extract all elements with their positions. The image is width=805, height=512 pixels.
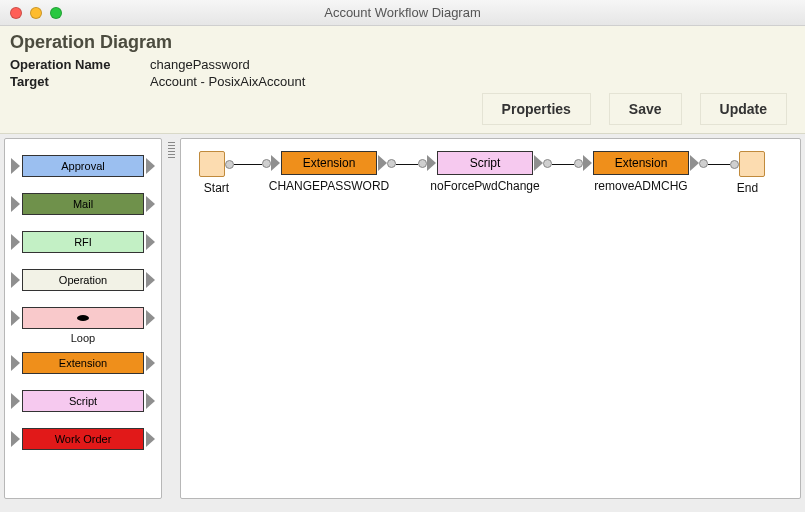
operation-name-value: changePassword <box>150 57 795 72</box>
edge <box>396 164 418 165</box>
zoom-icon[interactable] <box>50 7 62 19</box>
minimize-icon[interactable] <box>30 7 42 19</box>
palette-item-label: Approval <box>61 160 104 172</box>
window-controls <box>10 7 62 19</box>
palette-item-caption: Loop <box>11 332 155 344</box>
connector-port-icon[interactable] <box>543 159 552 168</box>
save-button[interactable]: Save <box>609 93 682 125</box>
arrow-out-icon <box>378 155 387 171</box>
end-box-icon <box>739 151 765 177</box>
connector-port-icon[interactable] <box>730 160 739 169</box>
palette-block: Mail <box>22 193 144 215</box>
arrow-out-icon <box>146 355 155 371</box>
workflow-block-label: Extension <box>303 156 356 170</box>
arrow-in-icon <box>271 155 280 171</box>
loop-dot-icon <box>77 315 89 321</box>
palette-block: Work Order <box>22 428 144 450</box>
main-area: ApprovalMailRFIOperationLoopExtensionScr… <box>0 134 805 503</box>
palette-item-script[interactable]: Script <box>11 389 155 413</box>
properties-button[interactable]: Properties <box>482 93 591 125</box>
palette-item-work-order[interactable]: Work Order <box>11 427 155 451</box>
target-label: Target <box>10 74 150 89</box>
workflow-block-label: Extension <box>615 156 668 170</box>
connector-port-icon[interactable] <box>262 159 271 168</box>
operation-name-label: Operation Name <box>10 57 150 72</box>
palette-block: Script <box>22 390 144 412</box>
arrow-in-icon <box>427 155 436 171</box>
palette-block: Extension <box>22 352 144 374</box>
workflow-node[interactable]: ScriptnoForcePwdChange <box>418 151 552 193</box>
workflow-node-caption: removeADMCHG <box>594 179 687 193</box>
connector-port-icon[interactable] <box>574 159 583 168</box>
update-button[interactable]: Update <box>700 93 787 125</box>
arrow-in-icon <box>11 393 20 409</box>
window-title: Account Workflow Diagram <box>0 5 805 20</box>
close-icon[interactable] <box>10 7 22 19</box>
end-label: End <box>737 181 758 195</box>
palette-item-label: Script <box>69 395 97 407</box>
action-buttons: Properties Save Update <box>10 93 795 125</box>
palette-item-approval[interactable]: Approval <box>11 154 155 178</box>
arrow-in-icon <box>11 310 20 326</box>
edge <box>552 164 574 165</box>
workflow-block-label: Script <box>470 156 501 170</box>
arrow-in-icon <box>11 158 20 174</box>
workflow-node-caption: CHANGEPASSWORD <box>269 179 389 193</box>
arrow-out-icon <box>146 272 155 288</box>
arrow-out-icon <box>146 310 155 326</box>
palette-block: Operation <box>22 269 144 291</box>
palette-panel: ApprovalMailRFIOperationLoopExtensionScr… <box>4 138 162 499</box>
start-box-icon <box>199 151 225 177</box>
arrow-out-icon <box>146 234 155 250</box>
palette-item-operation[interactable]: Operation <box>11 268 155 292</box>
arrow-out-icon <box>690 155 699 171</box>
arrow-in-icon <box>11 431 20 447</box>
header-fields: Operation Name changePassword Target Acc… <box>10 57 795 89</box>
workflow-block: Extension <box>281 151 377 175</box>
workflow-canvas[interactable]: StartExtensionCHANGEPASSWORDScriptnoForc… <box>180 138 801 499</box>
connector-port-icon[interactable] <box>418 159 427 168</box>
start-label: Start <box>204 181 229 195</box>
palette-item-label: RFI <box>74 236 92 248</box>
arrow-in-icon <box>11 234 20 250</box>
palette-item-label: Operation <box>59 274 107 286</box>
arrow-out-icon <box>146 158 155 174</box>
workflow-node[interactable]: ExtensionremoveADMCHG <box>574 151 708 193</box>
palette-item-loop[interactable] <box>11 306 155 330</box>
page-title: Operation Diagram <box>10 32 795 53</box>
palette-item-label: Mail <box>73 198 93 210</box>
arrow-out-icon <box>146 393 155 409</box>
splitter[interactable] <box>166 138 176 499</box>
palette-item-rfi[interactable]: RFI <box>11 230 155 254</box>
palette-item-label: Extension <box>59 357 107 369</box>
arrow-in-icon <box>11 272 20 288</box>
end-node[interactable]: End <box>730 151 765 195</box>
edge <box>708 164 730 165</box>
palette-block: Approval <box>22 155 144 177</box>
splitter-grip-icon[interactable] <box>168 142 175 158</box>
arrow-in-icon <box>11 355 20 371</box>
connector-port-icon[interactable] <box>225 160 234 169</box>
palette-block <box>22 307 144 329</box>
workflow-block: Script <box>437 151 533 175</box>
window-titlebar: Account Workflow Diagram <box>0 0 805 26</box>
header-panel: Operation Diagram Operation Name changeP… <box>0 26 805 134</box>
workflow-block: Extension <box>593 151 689 175</box>
connector-port-icon[interactable] <box>699 159 708 168</box>
palette-item-label: Work Order <box>55 433 112 445</box>
palette-item-extension[interactable]: Extension <box>11 351 155 375</box>
palette-item-mail[interactable]: Mail <box>11 192 155 216</box>
connector-port-icon[interactable] <box>387 159 396 168</box>
workflow-node[interactable]: ExtensionCHANGEPASSWORD <box>262 151 396 193</box>
arrow-in-icon <box>11 196 20 212</box>
palette-block: RFI <box>22 231 144 253</box>
arrow-out-icon <box>146 431 155 447</box>
arrow-out-icon <box>534 155 543 171</box>
start-node[interactable]: Start <box>199 151 234 195</box>
target-value: Account - PosixAixAccount <box>150 74 795 89</box>
arrow-out-icon <box>146 196 155 212</box>
workflow-flow: StartExtensionCHANGEPASSWORDScriptnoForc… <box>181 139 800 207</box>
arrow-in-icon <box>583 155 592 171</box>
workflow-node-caption: noForcePwdChange <box>430 179 539 193</box>
edge <box>234 164 262 165</box>
